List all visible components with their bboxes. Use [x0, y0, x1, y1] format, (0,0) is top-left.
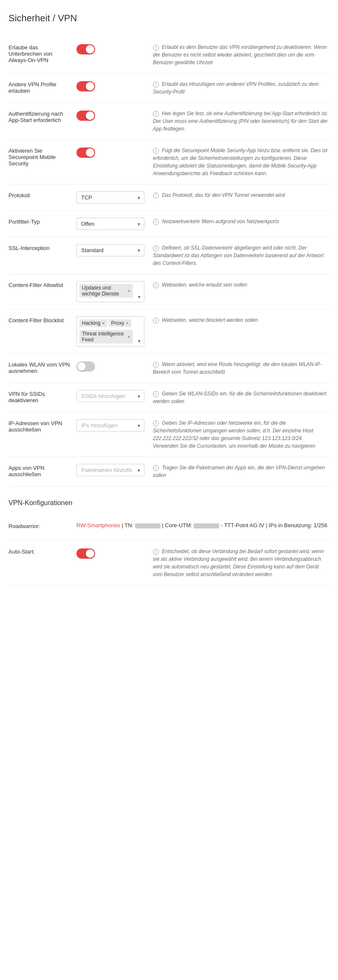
roadwarrior-tn-value — [135, 523, 161, 528]
row-blocklist: Content-Filter Blocklist Hacking × Proxy… — [8, 310, 330, 354]
desc-portfilter: i Netzwerkverkehr filtern aufgrund von N… — [153, 218, 330, 225]
label-securepoint: Aktivieren Sie Securepoint Mobile Securi… — [8, 147, 76, 167]
control-blocklist: Hacking × Proxy × Threat Intelligence Fe… — [76, 316, 153, 347]
info-icon-ip-adressen: i — [153, 420, 159, 426]
tag-updates-label: Updates und wichtige Dienste — [82, 285, 126, 297]
apps-input-wrapper: Paketnamen hinzufügen ▼ — [76, 464, 144, 476]
row-portfilter: Portfilter-Typ Offen Geschlossen ▼ i Net… — [8, 211, 330, 237]
label-blocklist: Content-Filter Blocklist — [8, 316, 76, 324]
toggle-andere-vpn[interactable] — [76, 81, 95, 91]
row-andere-vpn: Andere VPN Profile erlauben i Erlaubt da… — [8, 74, 330, 103]
info-icon-securepoint: i — [153, 148, 159, 154]
desc-protokoll: i Das Protokoll, das für den VPN Tunnel … — [153, 191, 330, 199]
desc-apps-vpn: i Tragen Sie die Paketnamen der Apps ein… — [153, 464, 330, 479]
desc-andere-vpn: i Erlaubt das Hinzufügen von anderen VPN… — [153, 80, 330, 96]
control-vpn-ssids: SSIDs hinzufügen ▼ — [76, 390, 153, 402]
control-apps-vpn: Paketnamen hinzufügen ▼ — [76, 464, 153, 476]
label-protokoll: Protokoll — [8, 191, 76, 199]
label-ssl: SSL-Interception — [8, 244, 76, 251]
row-lokales-wlan: Lokales WLAN vom VPN ausnehmen i Wenn ak… — [8, 354, 330, 383]
control-securepoint — [76, 147, 153, 158]
desc-blocklist: i Webseiten, welche blockiert werden sol… — [153, 316, 330, 324]
tag-proxy-remove[interactable]: × — [126, 321, 128, 326]
control-lokales-wlan — [76, 361, 153, 372]
row-allowlist: Content-Filter Allowlist Updates und wic… — [8, 274, 330, 310]
label-vpn-ssids: VPN für SSIDs deaktivieren — [8, 390, 76, 403]
blocklist-tag-box[interactable]: Hacking × Proxy × Threat Intelligence Fe… — [76, 316, 144, 347]
info-icon-lokales-wlan: i — [153, 362, 159, 368]
toggle-erlaube-unterbrechen[interactable] — [76, 44, 95, 54]
roadwarrior-link[interactable]: RW-Smartphones — [76, 522, 120, 528]
row-authentifizierung: Authentifizierung nach App-Start erforde… — [8, 103, 330, 140]
portfilter-select[interactable]: Offen Geschlossen — [76, 218, 144, 230]
row-erlaube-unterbrechen: Erlaube das Unterbrechen von Always-On-V… — [8, 37, 330, 74]
desc-authentifizierung: i Hier legen Sie fest, ob eine Authentif… — [153, 110, 330, 133]
label-ip-adressen: IP-Adressen von VPN ausschließen — [8, 419, 76, 433]
tag-proxy: Proxy × — [109, 319, 131, 327]
chevron-down-icon-allowlist: ▼ — [137, 295, 141, 299]
ssl-select[interactable]: Standard Aktiviert Deaktiviert — [76, 244, 144, 256]
apps-select[interactable]: Paketnamen hinzufügen — [76, 464, 144, 476]
row-securepoint: Aktivieren Sie Securepoint Mobile Securi… — [8, 140, 330, 185]
roadwarrior-info: RW-Smartphones | TN: | Core-UTM: - TTT-P… — [76, 522, 327, 528]
row-ip-adressen: IP-Adressen von VPN ausschließen IPs hin… — [8, 412, 330, 457]
control-ip-adressen: IPs hinzufügen ▼ — [76, 419, 153, 432]
control-portfilter: Offen Geschlossen ▼ — [76, 218, 153, 230]
desc-ssl: i Definiert, ob SSL-Datenverkehr abgefan… — [153, 244, 330, 267]
tag-threat-remove[interactable]: × — [128, 334, 130, 339]
ssids-input-wrapper: SSIDs hinzufügen ▼ — [76, 390, 144, 402]
allowlist-tags-container: Updates und wichtige Dienste × — [79, 284, 141, 299]
info-icon-protokoll: i — [153, 193, 159, 199]
roadwarrior-tn-label: | TN: — [121, 522, 135, 528]
control-erlaube-unterbrechen — [76, 43, 153, 54]
desc-securepoint: i Fügt die Securepoint Mobile Security-A… — [153, 147, 330, 177]
row-protokoll: Protokoll TCP UDP ▼ i Das Protokoll, das… — [8, 185, 330, 211]
protokoll-select[interactable]: TCP UDP — [76, 191, 144, 204]
info-icon-apps-vpn: i — [153, 465, 159, 471]
toggle-auto-start[interactable] — [76, 548, 95, 559]
tag-hacking-label: Hacking — [82, 320, 100, 326]
toggle-authentifizierung[interactable] — [76, 111, 95, 121]
tag-hacking: Hacking × — [79, 319, 107, 327]
control-auto-start — [76, 548, 153, 559]
desc-erlaube-unterbrechen: i Erlaubt es dem Benutzer das VPN vorübe… — [153, 43, 330, 66]
toggle-securepoint[interactable] — [76, 148, 95, 158]
info-icon-auto-start: i — [153, 549, 159, 555]
tag-updates: Updates und wichtige Dienste × — [79, 284, 133, 298]
label-auto-start: Auto-Start: — [8, 548, 76, 555]
tag-proxy-label: Proxy — [111, 320, 124, 326]
vpn-konfigurationen-title: VPN-Konfigurationen — [8, 499, 330, 509]
label-apps-vpn: Apps von VPN ausschließen — [8, 464, 76, 477]
ips-select[interactable]: IPs hinzufügen — [76, 419, 144, 432]
control-andere-vpn — [76, 80, 153, 91]
tag-threat: Threat Intelligence Feed × — [79, 330, 133, 344]
label-roadwarrior: Roadwarrior: — [8, 522, 76, 529]
info-icon-andere-vpn: i — [153, 82, 159, 88]
row-auto-start: Auto-Start: i Entscheidet, ob diese Verb… — [8, 541, 330, 585]
tag-updates-remove[interactable]: × — [128, 288, 130, 293]
roadwarrior-core-value — [194, 523, 219, 528]
info-icon-portfilter: i — [153, 219, 159, 225]
row-roadwarrior: Roadwarrior: RW-Smartphones | TN: | Core… — [8, 515, 330, 541]
label-allowlist: Content-Filter Allowlist — [8, 281, 76, 288]
label-authentifizierung: Authentifizierung nach App-Start erforde… — [8, 110, 76, 123]
tag-hacking-remove[interactable]: × — [102, 321, 104, 326]
roadwarrior-content: RW-Smartphones | TN: | Core-UTM: - TTT-P… — [76, 522, 330, 528]
portfilter-select-wrapper: Offen Geschlossen ▼ — [76, 218, 144, 230]
desc-lokales-wlan: i Wenn aktiviert, wird eine Route hinzug… — [153, 361, 330, 376]
desc-allowlist: i Webseiten, welche erlaubt sein sollen — [153, 281, 330, 289]
control-authentifizierung — [76, 110, 153, 121]
ssl-select-wrapper: Standard Aktiviert Deaktiviert ▼ — [76, 244, 144, 256]
info-icon-authentifizierung: i — [153, 111, 159, 117]
row-apps-vpn: Apps von VPN ausschließen Paketnamen hin… — [8, 457, 330, 486]
allowlist-tag-box[interactable]: Updates und wichtige Dienste × ▼ — [76, 281, 144, 302]
label-erlaube-unterbrechen: Erlaube das Unterbrechen von Always-On-V… — [8, 43, 76, 63]
blocklist-tags-container: Hacking × Proxy × Threat Intelligence Fe… — [79, 319, 141, 345]
info-icon-allowlist: i — [153, 282, 159, 288]
control-ssl: Standard Aktiviert Deaktiviert ▼ — [76, 244, 153, 256]
desc-auto-start: i Entscheidet, ob diese Verbindung bei B… — [153, 548, 330, 578]
ips-input-wrapper: IPs hinzufügen ▼ — [76, 419, 144, 432]
ssids-select[interactable]: SSIDs hinzufügen — [76, 390, 144, 402]
desc-ip-adressen: i Geben Sie IP-Adressen oder Netzwerke e… — [153, 419, 330, 450]
toggle-lokales-wlan[interactable] — [76, 361, 95, 372]
